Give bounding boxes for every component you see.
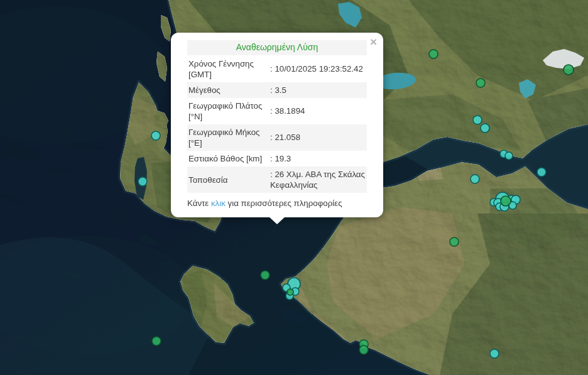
popup-row: Χρόνος Γέννησης [GMT]: 10/01/2025 19:23:… [187,56,367,82]
popup-row-value: : 3.5 [269,82,367,98]
earthquake-popup: × Αναθεωρημένη Λύση Χρόνος Γέννησης [GMT… [171,33,383,217]
popup-row-label: Γεωγραφικό Πλάτος [°N] [187,98,269,124]
earthquake-marker[interactable] [490,349,499,358]
popup-row-label: Μέγεθος [187,82,269,98]
earthquake-marker[interactable] [505,152,513,160]
earthquake-marker[interactable] [473,116,482,124]
earthquake-marker[interactable] [501,196,511,206]
popup-table-body: Χρόνος Γέννησης [GMT]: 10/01/2025 19:23:… [187,56,367,193]
popup-row-value: : 21.058 [269,124,367,151]
footer-text-post: για περισσότερες πληροφορίες [226,198,342,208]
popup-row: Γεωγραφικό Πλάτος [°N]: 38.1894 [187,98,367,124]
popup-table: Χρόνος Γέννησης [GMT]: 10/01/2025 19:23:… [187,56,367,193]
earthquake-marker[interactable] [152,337,161,345]
earthquake-marker[interactable] [450,237,459,246]
popup-row: Τοποθεσία: 26 Χλμ. ΑΒΑ της Σκάλας Κεφαλλ… [187,166,367,193]
earthquake-marker[interactable] [261,271,270,280]
popup-row-label: Τοποθεσία [187,166,269,193]
earthquake-marker[interactable] [537,168,546,177]
earthquake-marker[interactable] [359,345,368,354]
popup-tail [269,217,285,224]
earthquake-marker[interactable] [564,65,574,75]
earthquake-marker[interactable] [476,79,485,87]
footer-text-pre: Κάντε [187,198,211,208]
earthquake-marker[interactable] [287,289,293,295]
satellite-map[interactable]: × Αναθεωρημένη Λύση Χρόνος Γέννησης [GMT… [0,0,588,375]
popup-row: Μέγεθος: 3.5 [187,82,367,98]
popup-row-value: : 26 Χλμ. ΑΒΑ της Σκάλας Κεφαλληνίας [269,166,367,193]
popup-row-value: : 10/01/2025 19:23:52.42 [269,56,367,82]
earthquake-marker[interactable] [481,124,489,133]
popup-row-value: : 38.1894 [269,98,367,124]
popup-title: Αναθεωρημένη Λύση [187,40,367,55]
more-info-link[interactable]: κλικ [211,198,226,208]
earthquake-marker[interactable] [471,175,479,183]
earthquake-marker[interactable] [151,131,160,140]
earthquake-marker[interactable] [429,50,438,58]
earthquake-marker[interactable] [138,177,147,186]
popup-row-label: Χρόνος Γέννησης [GMT] [187,56,269,82]
popup-row: Γεωγραφικό Μήκος [°E]: 21.058 [187,124,367,151]
popup-row-value: : 19.3 [269,151,367,166]
popup-row: Εστιακό Βάθος [km]: 19.3 [187,151,367,166]
popup-row-label: Γεωγραφικό Μήκος [°E] [187,124,269,151]
popup-row-label: Εστιακό Βάθος [km] [187,151,269,166]
popup-footer: Κάντε κλικ για περισσότερες πληροφορίες [187,193,367,209]
close-icon[interactable]: × [369,35,378,49]
